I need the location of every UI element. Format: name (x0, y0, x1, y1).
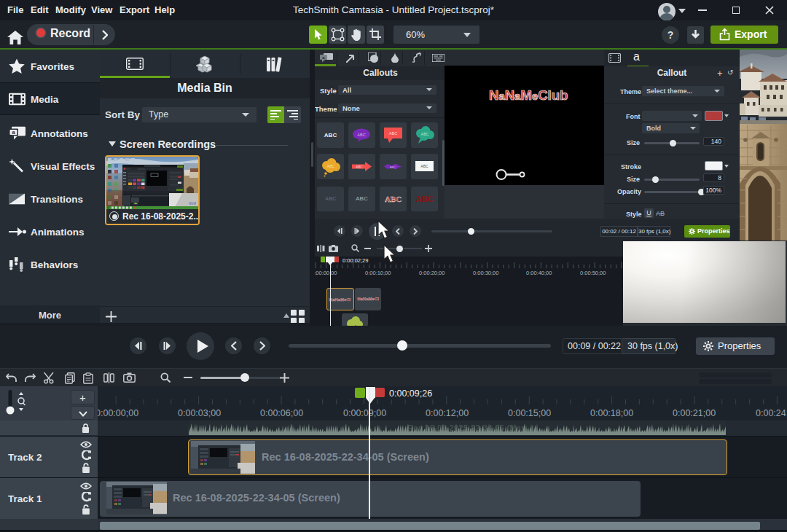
svg-text:ABC: ABC (389, 131, 397, 136)
svg-text:ABC: ABC (356, 165, 363, 169)
svg-text:ABC: ABC (327, 164, 335, 168)
svg-text:ABC: ABC (390, 165, 396, 169)
svg-text:ABC: ABC (421, 132, 429, 136)
svg-text:ABC: ABC (357, 133, 365, 137)
svg-text:NNM: NNM (189, 202, 196, 206)
